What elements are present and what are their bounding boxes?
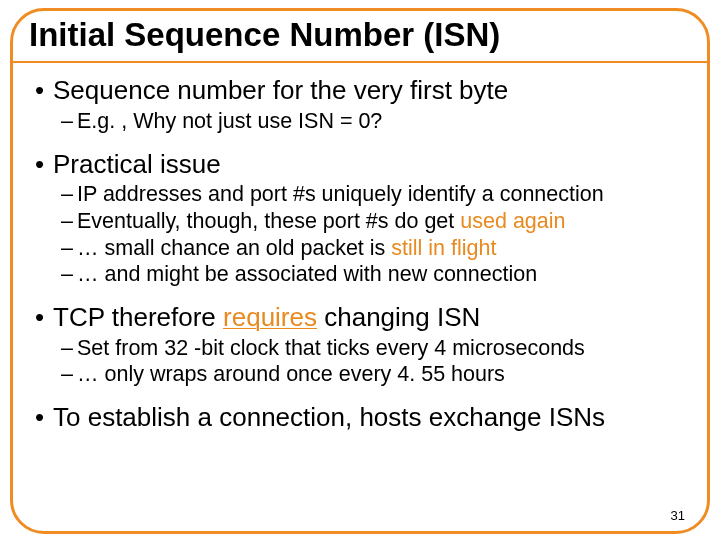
text-highlight: used again bbox=[460, 209, 565, 233]
bullet-icon: • bbox=[35, 402, 53, 433]
sub-text: Set from 32 -bit clock that ticks every … bbox=[77, 335, 585, 362]
text-plain: Eventually, though, these port #s do get bbox=[77, 209, 460, 233]
sub-list: – E.g. , Why not just use ISN = 0? bbox=[35, 108, 687, 135]
bullet-icon: • bbox=[35, 149, 53, 180]
sub-text: … small chance an old packet is still in… bbox=[77, 235, 496, 262]
sub-item: – … and might be associated with new con… bbox=[61, 261, 687, 288]
text-plain: changing ISN bbox=[317, 302, 480, 332]
sub-text: … only wraps around once every 4. 55 hou… bbox=[77, 361, 505, 388]
bullet-level-1: • Practical issue bbox=[35, 149, 687, 180]
slide: Initial Sequence Number (ISN) • Sequence… bbox=[0, 0, 720, 540]
bullet-item: • TCP therefore requires changing ISN – … bbox=[35, 296, 687, 396]
slide-title: Initial Sequence Number (ISN) bbox=[29, 17, 693, 53]
slide-body: • Sequence number for the very first byt… bbox=[13, 65, 707, 438]
bullet-text: TCP therefore requires changing ISN bbox=[53, 302, 480, 333]
sub-item: – IP addresses and port #s uniquely iden… bbox=[61, 181, 687, 208]
sub-text: IP addresses and port #s uniquely identi… bbox=[77, 181, 604, 208]
bullet-level-1: • Sequence number for the very first byt… bbox=[35, 75, 687, 106]
sub-text: Eventually, though, these port #s do get… bbox=[77, 208, 565, 235]
bullet-item: • Practical issue – IP addresses and por… bbox=[35, 143, 687, 296]
sub-text: … and might be associated with new conne… bbox=[77, 261, 537, 288]
bullet-list: • Sequence number for the very first byt… bbox=[35, 69, 687, 434]
sub-list: – IP addresses and port #s uniquely iden… bbox=[35, 181, 687, 288]
text-plain: TCP therefore bbox=[53, 302, 223, 332]
bullet-level-1: • To establish a connection, hosts excha… bbox=[35, 402, 687, 433]
bullet-icon: • bbox=[35, 302, 53, 333]
title-wrap: Initial Sequence Number (ISN) bbox=[13, 11, 707, 57]
sub-text: E.g. , Why not just use ISN = 0? bbox=[77, 108, 382, 135]
bullet-text: Sequence number for the very first byte bbox=[53, 75, 508, 106]
dash-icon: – bbox=[61, 208, 77, 235]
bullet-level-1: • TCP therefore requires changing ISN bbox=[35, 302, 687, 333]
dash-icon: – bbox=[61, 261, 77, 288]
sub-item: – Set from 32 -bit clock that ticks ever… bbox=[61, 335, 687, 362]
dash-icon: – bbox=[61, 235, 77, 262]
sub-item: – Eventually, though, these port #s do g… bbox=[61, 208, 687, 235]
bullet-item: • To establish a connection, hosts excha… bbox=[35, 396, 687, 435]
dash-icon: – bbox=[61, 361, 77, 388]
sub-list: – Set from 32 -bit clock that ticks ever… bbox=[35, 335, 687, 388]
page-number: 31 bbox=[671, 508, 685, 523]
sub-item: – E.g. , Why not just use ISN = 0? bbox=[61, 108, 687, 135]
text-plain: … small chance an old packet is bbox=[77, 236, 391, 260]
bullet-icon: • bbox=[35, 75, 53, 106]
bullet-text: Practical issue bbox=[53, 149, 221, 180]
text-highlight-underline: requires bbox=[223, 302, 317, 332]
bullet-item: • Sequence number for the very first byt… bbox=[35, 69, 687, 142]
sub-item: – … small chance an old packet is still … bbox=[61, 235, 687, 262]
dash-icon: – bbox=[61, 181, 77, 208]
text-highlight: still in flight bbox=[391, 236, 496, 260]
bullet-text: To establish a connection, hosts exchang… bbox=[53, 402, 605, 433]
sub-item: – … only wraps around once every 4. 55 h… bbox=[61, 361, 687, 388]
dash-icon: – bbox=[61, 108, 77, 135]
dash-icon: – bbox=[61, 335, 77, 362]
divider-line bbox=[13, 61, 707, 63]
slide-frame: Initial Sequence Number (ISN) • Sequence… bbox=[10, 8, 710, 534]
